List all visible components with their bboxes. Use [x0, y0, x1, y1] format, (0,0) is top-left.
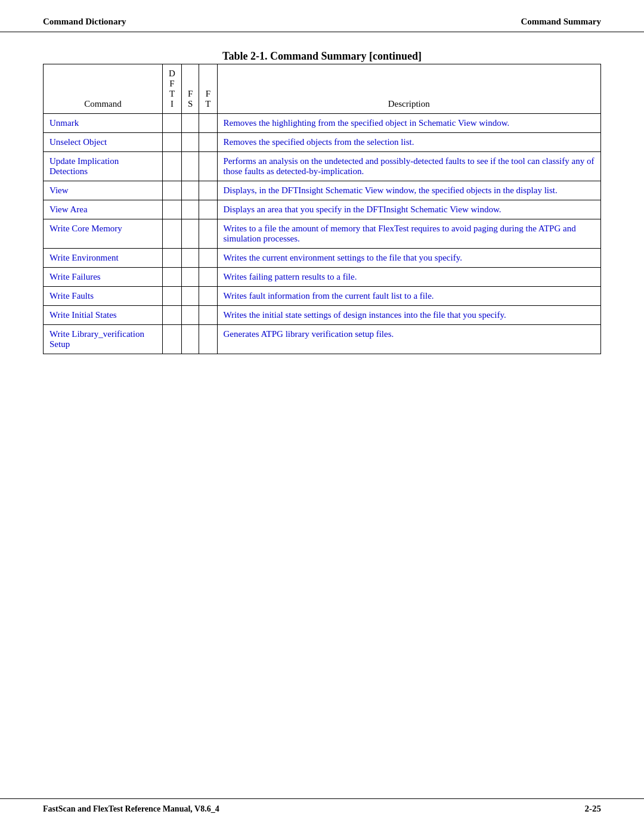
cell-command[interactable]: Update Implication Detections — [44, 152, 163, 181]
cell-command[interactable]: Unselect Object — [44, 133, 163, 152]
command-link[interactable]: Write Library_verification Setup — [49, 329, 144, 349]
table-row: UnmarkRemoves the highlighting from the … — [44, 114, 601, 133]
cell-dfti — [163, 306, 182, 325]
cell-dfti — [163, 152, 182, 181]
description-text: Generates ATPG library verification setu… — [224, 329, 394, 339]
header-left: Command Dictionary — [43, 17, 126, 27]
table-row: Write Library_verification SetupGenerate… — [44, 325, 601, 354]
description-text: Removes the specified objects from the s… — [224, 137, 414, 147]
cell-command[interactable]: View — [44, 181, 163, 200]
description-text: Writes failing pattern results to a file… — [224, 272, 357, 281]
command-link[interactable]: Write Initial States — [49, 310, 117, 320]
col-header-description: Description — [217, 64, 600, 114]
table-row: Update Implication DetectionsPerforms an… — [44, 152, 601, 181]
description-text: Displays, in the DFTInsight Schematic Vi… — [224, 185, 558, 195]
cell-description: Performs an analysis on the undetected a… — [217, 152, 600, 181]
cell-description: Displays an area that you specify in the… — [217, 200, 600, 219]
table-row: Write Core MemoryWrites to a file the am… — [44, 219, 601, 249]
command-link[interactable]: View Area — [49, 205, 88, 214]
command-link[interactable]: Write Failures — [49, 272, 101, 281]
command-table: Command D F T I F S — [43, 64, 601, 354]
cell-description: Removes the specified objects from the s… — [217, 133, 600, 152]
cell-ft — [199, 306, 217, 325]
description-text: Writes the current environment settings … — [224, 253, 462, 262]
cell-ft — [199, 249, 217, 268]
cell-command[interactable]: Write Environment — [44, 249, 163, 268]
cell-ft — [199, 152, 217, 181]
header-right: Command Summary — [521, 17, 601, 27]
cell-dfti — [163, 325, 182, 354]
cell-fs — [182, 219, 199, 249]
cell-fs — [182, 200, 199, 219]
col-header-ft: F T — [199, 64, 217, 114]
cell-command[interactable]: Write Initial States — [44, 306, 163, 325]
cell-command[interactable]: Unmark — [44, 114, 163, 133]
cell-fs — [182, 268, 199, 287]
cell-description: Writes the current environment settings … — [217, 249, 600, 268]
cell-dfti — [163, 249, 182, 268]
cell-fs — [182, 114, 199, 133]
cell-ft — [199, 287, 217, 306]
cell-dfti — [163, 200, 182, 219]
cell-fs — [182, 287, 199, 306]
cell-ft — [199, 219, 217, 249]
table-row: Write FaultsWrites fault information fro… — [44, 287, 601, 306]
description-text: Writes to a file the amount of memory th… — [224, 224, 576, 243]
cell-command[interactable]: Write Library_verification Setup — [44, 325, 163, 354]
cell-ft — [199, 268, 217, 287]
command-link[interactable]: Write Faults — [49, 291, 94, 301]
cell-description: Writes to a file the amount of memory th… — [217, 219, 600, 249]
description-text: Writes the initial state settings of des… — [224, 310, 506, 320]
cell-ft — [199, 181, 217, 200]
cell-dfti — [163, 133, 182, 152]
cell-fs — [182, 249, 199, 268]
main-content: Table 2-1. Command Summary [continued] C… — [0, 32, 644, 378]
page-container: Command Dictionary Command Summary Table… — [0, 0, 644, 833]
cell-dfti — [163, 181, 182, 200]
col-header-dfti: D F T I — [163, 64, 182, 114]
cell-fs — [182, 306, 199, 325]
command-link[interactable]: Write Core Memory — [49, 224, 122, 233]
cell-fs — [182, 181, 199, 200]
cell-command[interactable]: Write Failures — [44, 268, 163, 287]
cell-description: Generates ATPG library verification setu… — [217, 325, 600, 354]
cell-fs — [182, 325, 199, 354]
page-footer: FastScan and FlexTest Reference Manual, … — [0, 798, 644, 814]
col-header-command: Command — [44, 64, 163, 114]
cell-dfti — [163, 287, 182, 306]
cell-dfti — [163, 219, 182, 249]
description-text: Writes fault information from the curren… — [224, 291, 434, 301]
command-link[interactable]: Unmark — [49, 118, 79, 128]
cell-description: Removes the highlighting from the specif… — [217, 114, 600, 133]
description-text: Removes the highlighting from the specif… — [224, 118, 510, 128]
footer-right: 2-25 — [585, 804, 602, 814]
table-title: Table 2-1. Command Summary [continued] — [43, 50, 601, 63]
cell-description: Writes fault information from the curren… — [217, 287, 600, 306]
cell-dfti — [163, 268, 182, 287]
cell-command[interactable]: View Area — [44, 200, 163, 219]
table-row: View AreaDisplays an area that you speci… — [44, 200, 601, 219]
cell-ft — [199, 200, 217, 219]
command-link[interactable]: View — [49, 185, 69, 195]
table-row: Write Initial StatesWrites the initial s… — [44, 306, 601, 325]
description-text: Performs an analysis on the undetected a… — [224, 156, 595, 176]
cell-description: Writes failing pattern results to a file… — [217, 268, 600, 287]
table-row: Write FailuresWrites failing pattern res… — [44, 268, 601, 287]
cell-description: Displays, in the DFTInsight Schematic Vi… — [217, 181, 600, 200]
cell-command[interactable]: Write Core Memory — [44, 219, 163, 249]
cell-ft — [199, 133, 217, 152]
command-link[interactable]: Unselect Object — [49, 137, 107, 147]
table-row: Unselect ObjectRemoves the specified obj… — [44, 133, 601, 152]
table-row: ViewDisplays, in the DFTInsight Schemati… — [44, 181, 601, 200]
cell-fs — [182, 152, 199, 181]
cell-command[interactable]: Write Faults — [44, 287, 163, 306]
cell-fs — [182, 133, 199, 152]
table-row: Write EnvironmentWrites the current envi… — [44, 249, 601, 268]
col-header-fs: F S — [182, 64, 199, 114]
cell-dfti — [163, 114, 182, 133]
page-header: Command Dictionary Command Summary — [0, 0, 644, 32]
command-link[interactable]: Write Environment — [49, 253, 119, 262]
cell-ft — [199, 325, 217, 354]
command-link[interactable]: Update Implication Detections — [49, 156, 119, 176]
cell-description: Writes the initial state settings of des… — [217, 306, 600, 325]
